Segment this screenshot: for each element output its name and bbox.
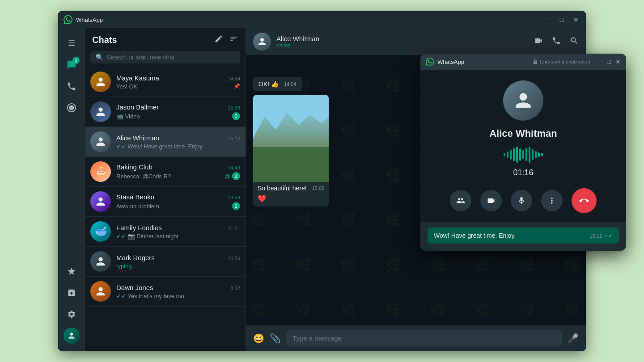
chat-contact-status: online [276, 42, 529, 49]
chat-preview-stasa: Aww no problem. [116, 203, 232, 210]
search-chat-button[interactable] [570, 36, 579, 47]
status-nav-icon[interactable] [63, 99, 80, 117]
filter-chats-button[interactable] [229, 34, 238, 46]
maximize-button[interactable]: □ [557, 16, 566, 23]
call-chat-message-ticks: ✓✓ [604, 233, 613, 239]
avatar-maya [90, 72, 111, 92]
calls-nav-icon[interactable] [63, 77, 80, 95]
call-window-controls: − □ ✕ [599, 58, 621, 65]
chat-time-stasa: 13:56 [228, 195, 240, 200]
message-caption-text: So beautiful here! [258, 185, 307, 192]
search-input[interactable] [107, 54, 235, 61]
emoji-button[interactable]: 😀 [253, 333, 264, 344]
wave-bar-10 [532, 149, 534, 160]
call-video-button[interactable] [480, 190, 502, 211]
wave-bar-3 [510, 150, 512, 160]
chat-item-maya[interactable]: Maya Kasuma 14:54 Yes! OK 📌 [85, 67, 246, 97]
chat-info-mark: Mark Rogers 10:56 typing... [116, 254, 240, 269]
chats-nav-icon[interactable]: 3 [63, 56, 80, 74]
chat-name-baking: Baking Club [116, 163, 153, 171]
chat-item-dawn[interactable]: Dawn Jones 8:32 ✓✓ Yes that's my fave to… [85, 277, 246, 307]
call-actions [450, 188, 597, 213]
wave-bar-9 [529, 147, 530, 163]
close-button[interactable]: ✕ [572, 16, 580, 23]
add-participant-button[interactable] [450, 190, 471, 211]
chat-info-family: Family Foodies 11:21 ✓✓ 📷 Dinner last ni… [116, 224, 240, 240]
call-encryption-label: End-to-end endcrypted [533, 59, 590, 64]
new-chat-button[interactable] [214, 34, 223, 46]
sidebar: Chats 🔍 [85, 28, 246, 351]
microphone-button[interactable]: 🎤 [568, 333, 579, 344]
avatar-jason [90, 101, 111, 122]
chat-time-dawn: 8:32 [231, 286, 240, 291]
chat-item-mark[interactable]: Mark Rogers 10:56 typing... [85, 247, 246, 277]
chat-info-maya: Maya Kasuma 14:54 Yes! OK 📌 [116, 74, 240, 90]
call-chat-message-time: 15:12 [589, 233, 602, 239]
chat-list: Maya Kasuma 14:54 Yes! OK 📌 [85, 67, 246, 351]
wave-bar-11 [535, 151, 537, 158]
chat-input-area: 😀 📎 🎤 [246, 325, 586, 351]
message-image-time: 15:06 [312, 185, 325, 191]
chat-item-family[interactable]: 🥣 Family Foodies 11:21 ✓✓ 📷 Dinner last … [85, 217, 246, 247]
message-time-ok: 14:04 [284, 81, 297, 87]
chat-info-alice: Alice Whitman 15:12 ✓✓ Wow! Have great t… [116, 134, 240, 150]
chat-name-alice: Alice Whitman [116, 134, 159, 142]
video-call-button[interactable] [534, 36, 543, 47]
message-reaction: ❤️ [253, 194, 329, 206]
wave-bar-13 [541, 153, 543, 156]
message-ok: OK! 👍 14:04 [253, 77, 302, 91]
call-end-button[interactable] [572, 188, 597, 213]
call-chat-message: Wow! Have great time. Enjoy. 15:12 ✓✓ [428, 227, 619, 244]
chat-preview-family: ✓✓ 📷 Dinner last night [116, 233, 240, 240]
call-contact-name: Alice Whitman [489, 128, 557, 139]
minimize-button[interactable]: − [543, 16, 552, 23]
wave-bar-7 [522, 150, 524, 159]
menu-icon[interactable]: ☰ [63, 34, 80, 52]
chat-contact-name: Alice Whitman [276, 35, 529, 42]
chat-header-avatar[interactable] [253, 33, 271, 51]
message-image-content [253, 95, 329, 182]
titlebar-controls: − □ ✕ [543, 16, 580, 23]
call-chat-message-text: Wow! Have great time. Enjoy. [434, 232, 516, 239]
call-close-button[interactable]: ✕ [615, 58, 621, 65]
call-waveform [504, 147, 543, 163]
unread-badge-stasa: 2 [232, 202, 240, 210]
call-contact-avatar [503, 80, 543, 121]
titlebar: WhatsApp − □ ✕ [58, 11, 586, 28]
call-maximize-button[interactable]: □ [607, 58, 611, 65]
avatar-baking: 🎂 [90, 161, 111, 182]
chat-preview-dawn: ✓✓ Yes that's my fave too! [116, 293, 240, 299]
starred-nav-icon[interactable] [63, 262, 80, 280]
call-mute-button[interactable] [511, 190, 532, 211]
voice-call-button[interactable] [552, 36, 561, 47]
chat-info-jason: Jason Ballmer 15:26 📹 Video 3 [116, 103, 240, 120]
chat-time-jason: 15:26 [228, 105, 240, 110]
call-timer: 01:16 [513, 168, 533, 177]
call-more-button[interactable] [541, 190, 563, 211]
chat-header: Alice Whitman online [246, 28, 586, 55]
message-input[interactable] [286, 330, 562, 346]
chat-preview-alice: ✓✓ Wow! Have great time. Enjoy. [116, 143, 240, 150]
chat-header-actions [534, 36, 579, 47]
left-nav: ☰ 3 [58, 28, 85, 351]
wave-bar-8 [525, 148, 527, 161]
chat-info-dawn: Dawn Jones 8:32 ✓✓ Yes that's my fave to… [116, 284, 240, 299]
call-app-title: WhatsApp [437, 59, 529, 65]
sidebar-actions [214, 34, 238, 46]
chat-item-jason[interactable]: Jason Ballmer 15:26 📹 Video 3 [85, 97, 246, 127]
attach-button[interactable]: 📎 [270, 333, 281, 344]
chat-item-alice[interactable]: Alice Whitman 15:12 ✓✓ Wow! Have great t… [85, 127, 246, 157]
chat-item-stasa[interactable]: Stasa Benko 13:56 Aww no problem. 2 [85, 187, 246, 217]
chat-preview-jason: 📹 Video [116, 113, 232, 120]
chat-item-baking[interactable]: 🎂 Baking Club 14:43 Rebecca: @Chris R? @… [85, 157, 246, 187]
call-minimize-button[interactable]: − [599, 58, 602, 65]
wave-bar-4 [513, 148, 515, 161]
chat-name-maya: Maya Kasuma [116, 74, 159, 82]
chat-time-baking: 14:43 [228, 165, 240, 170]
avatar-mark [90, 251, 111, 272]
settings-nav-icon[interactable] [63, 305, 80, 323]
self-avatar[interactable] [64, 328, 80, 344]
app-title: WhatsApp [76, 17, 543, 23]
pin-icon-maya: 📌 [233, 83, 240, 89]
archived-nav-icon[interactable] [63, 284, 80, 302]
